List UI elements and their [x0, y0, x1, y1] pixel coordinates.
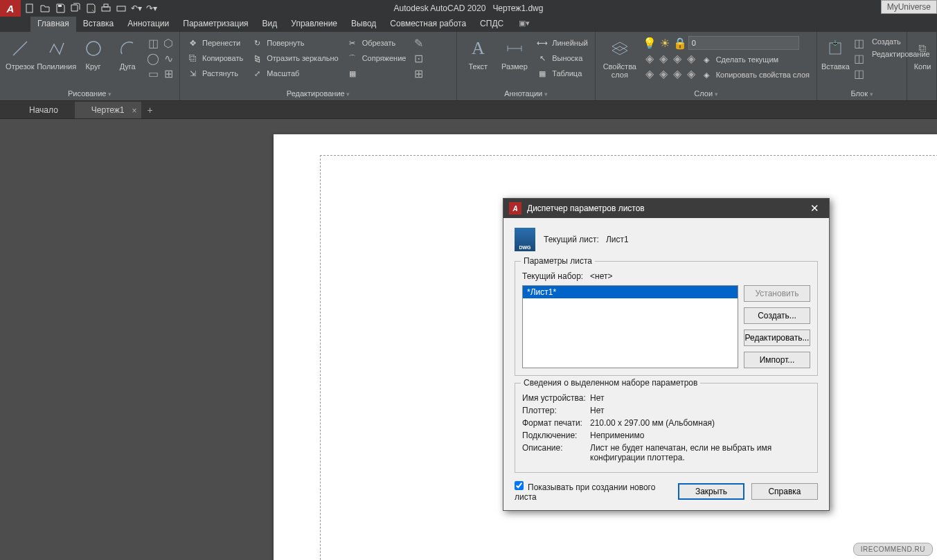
lm1[interactable]: ◈: [643, 51, 657, 65]
bm2[interactable]: ◫: [853, 51, 866, 65]
sun-icon[interactable]: ☀: [658, 36, 672, 50]
new-tab-button[interactable]: +: [141, 102, 159, 118]
arc-button[interactable]: Дуга: [111, 35, 143, 88]
titlebar: A ↶▾ ↷▾ Autodesk AutoCAD 2020 Чертеж1.dw…: [0, 0, 937, 17]
page-setup-listbox[interactable]: *Лист1*: [522, 285, 738, 368]
linear-button[interactable]: ⟷Линейный: [534, 36, 591, 50]
dwg-icon: DWG: [515, 228, 535, 251]
layer-props-button[interactable]: Свойства слоя: [600, 35, 640, 88]
import-button[interactable]: Импорт...: [744, 352, 810, 368]
draw-mini-5[interactable]: ▭: [146, 66, 160, 80]
dialog-titlebar[interactable]: A Диспетчер параметров листов ✕: [503, 199, 829, 218]
group-info: Сведения о выделенном наборе параметров …: [515, 383, 818, 473]
tab-spds[interactable]: СПДС: [473, 17, 510, 32]
circle-button[interactable]: Круг: [78, 35, 109, 88]
scale-button[interactable]: ⤢Масштаб: [249, 66, 341, 80]
lm3[interactable]: ◈: [657, 51, 670, 65]
tab-annotate[interactable]: Аннотации: [121, 17, 176, 32]
panel-layers-title[interactable]: Слои: [600, 88, 812, 100]
panel-draw-title[interactable]: Рисование: [4, 88, 175, 100]
plot-icon[interactable]: [98, 1, 114, 16]
start-tab[interactable]: Начало: [12, 102, 75, 118]
panel-edit-title[interactable]: Редактирование: [184, 88, 452, 100]
close-icon[interactable]: ×: [132, 106, 136, 116]
bm3[interactable]: ◫: [853, 66, 866, 80]
fillet-button[interactable]: ⌒Сопряжение: [344, 51, 409, 65]
text-button[interactable]: AТекст: [461, 35, 495, 88]
line-button[interactable]: Отрезок: [4, 35, 36, 88]
draw-mini-2[interactable]: ⬡: [161, 36, 175, 50]
rotate-button[interactable]: ↻Повернуть: [249, 36, 341, 50]
list-item[interactable]: *Лист1*: [523, 286, 738, 298]
irecommend-badge: IRECOMMEND.RU: [853, 543, 933, 556]
lm5[interactable]: ◈: [670, 51, 684, 65]
redo-icon[interactable]: ↷▾: [144, 1, 159, 16]
bulb-icon[interactable]: 💡: [643, 36, 657, 50]
set-current-button[interactable]: Установить: [744, 285, 810, 302]
tab-view[interactable]: Вид: [256, 17, 285, 32]
info-v0: Нет: [590, 393, 810, 403]
copy-props-button[interactable]: ⿻Копи: [911, 35, 934, 100]
ribbon-dropdown-icon[interactable]: ▣▾: [515, 17, 534, 32]
bm1[interactable]: ◫: [853, 36, 866, 50]
open-icon[interactable]: [37, 1, 53, 16]
tab-home[interactable]: Главная: [30, 17, 76, 32]
show-on-new-checkbox[interactable]: Показывать при создании нового листа: [515, 481, 664, 502]
move-button[interactable]: ✥Перенести: [184, 36, 246, 50]
mirror-button[interactable]: ⧎Отразить зеркально: [249, 51, 341, 65]
copy-layer-props-button[interactable]: ◈Копировать свойства слоя: [698, 68, 812, 82]
table-button[interactable]: ▦Таблица: [534, 66, 591, 80]
tab-parametric[interactable]: Параметризация: [176, 17, 255, 32]
close-button[interactable]: Закрыть: [678, 483, 744, 500]
panel-annot-title[interactable]: Аннотации: [461, 88, 591, 100]
draw-mini-4[interactable]: ∿: [161, 51, 175, 65]
save-icon[interactable]: [53, 1, 68, 16]
title-text: Autodesk AutoCAD 2020 Чертеж1.dwg: [394, 3, 544, 13]
info-k0: Имя устройства:: [522, 393, 590, 403]
quick-access-toolbar: ↶▾ ↷▾: [22, 1, 159, 16]
saveas-icon[interactable]: [83, 1, 98, 16]
saveall-icon[interactable]: [68, 1, 83, 16]
edit-mini-2[interactable]: ⊡: [411, 51, 425, 65]
tab-collab[interactable]: Совместная работа: [383, 17, 473, 32]
new-icon[interactable]: [22, 1, 37, 16]
lm4[interactable]: ◈: [657, 66, 670, 80]
info-k3: Подключение:: [522, 431, 590, 440]
tab-manage[interactable]: Управление: [284, 17, 344, 32]
edit-mini-3[interactable]: ⊞: [411, 66, 425, 80]
dimension-button[interactable]: Размер: [498, 35, 532, 88]
lock-icon[interactable]: 🔒: [673, 36, 687, 50]
dialog-close-icon[interactable]: ✕: [806, 202, 823, 215]
svg-rect-0: [26, 4, 33, 12]
polyline-button[interactable]: Полилиния: [39, 35, 75, 88]
array-button[interactable]: ▦: [344, 66, 409, 80]
watermark: MyUniverse: [881, 0, 937, 14]
print-icon[interactable]: [114, 1, 129, 16]
help-button[interactable]: Справка: [751, 483, 818, 500]
make-current-button[interactable]: ◈Сделать текущим: [698, 53, 812, 66]
info-v2: 210.00 x 297.00 мм (Альбомная): [590, 418, 810, 428]
edit-button[interactable]: Редактировать...: [744, 329, 810, 346]
lm8[interactable]: ◈: [684, 66, 698, 80]
panel-block-title[interactable]: Блок: [821, 88, 902, 100]
leader-button[interactable]: ↖Выноска: [534, 51, 591, 65]
trim-button[interactable]: ✂Обрезать: [344, 36, 409, 50]
draw-mini-6[interactable]: ⊞: [161, 66, 175, 80]
draw-mini-3[interactable]: ◯: [146, 51, 160, 65]
new-button[interactable]: Создать...: [744, 307, 810, 324]
lm6[interactable]: ◈: [670, 66, 684, 80]
stretch-button[interactable]: ⇲Растянуть: [184, 66, 246, 80]
copy-button[interactable]: ⿻Копировать: [184, 51, 246, 65]
tab-output[interactable]: Вывод: [344, 17, 383, 32]
group1-title: Параметры листа: [521, 256, 595, 266]
undo-icon[interactable]: ↶▾: [129, 1, 144, 16]
app-logo[interactable]: A: [0, 0, 21, 17]
draw-mini-1[interactable]: ◫: [146, 36, 160, 50]
tab-insert[interactable]: Вставка: [76, 17, 121, 32]
edit-mini-1[interactable]: ✎: [411, 36, 425, 50]
insert-block-button[interactable]: Вставка: [821, 35, 850, 88]
drawing-tab[interactable]: Чертеж1×: [75, 102, 141, 118]
lm7[interactable]: ◈: [684, 51, 698, 65]
layer-combo[interactable]: 0: [688, 36, 799, 50]
lm2[interactable]: ◈: [643, 66, 657, 80]
